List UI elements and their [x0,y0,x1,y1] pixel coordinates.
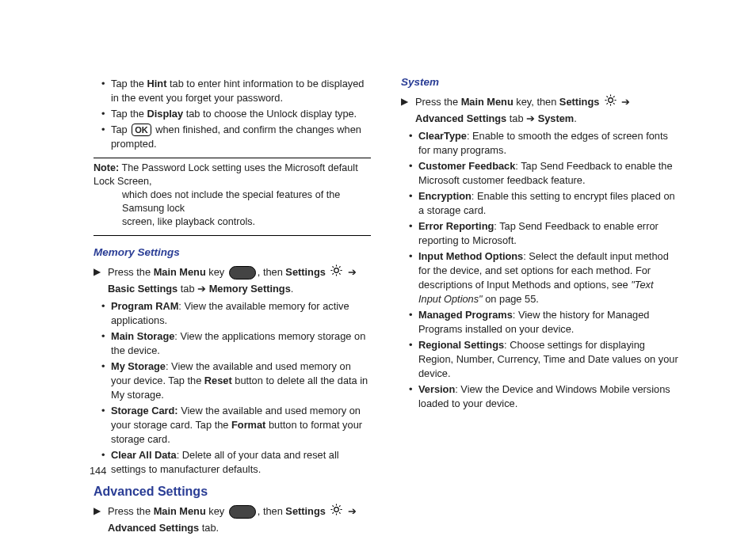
bullet-dot-icon: • [409,129,418,158]
bullet-dot-icon: • [101,404,111,447]
triangle-icon: ▶ [401,94,415,126]
bullet-text: Customer Feedback: Tap Send Feedback to … [418,159,678,188]
bullet-text: Tap the Hint tab to enter hint informati… [111,77,371,105]
advanced-settings-heading: Advanced Settings [94,485,371,499]
bullet-text: Program RAM: View the available memory f… [111,299,371,328]
main-menu-key-icon [229,266,256,280]
bullet-text: Managed Programs: View the history for M… [418,308,678,337]
bullet-dot-icon: • [409,338,418,381]
page-number: 144 [90,465,106,477]
manual-page: • Tap the Hint tab to enter hint informa… [0,0,756,540]
left-column: • Tap the Hint tab to enter hint informa… [94,75,371,538]
bullet-dot-icon: • [101,329,111,358]
step-text: Press the Main Menu key , then Settings … [108,504,371,535]
bullet-regional-settings: • Regional Settings: Choose settings for… [409,338,678,381]
bullet-my-storage: • My Storage: View the available and use… [101,359,371,402]
bullet-text: Encryption: Enable this setting to encry… [418,189,678,218]
bullet-managed-programs: • Managed Programs: View the history for… [409,308,678,337]
bullet-storage-card: • Storage Card: View the available and u… [101,404,371,447]
ok-button-icon: OK [132,124,151,136]
bullet-dot-icon: • [409,189,418,218]
bullet-text: Tap OK when finished, and confirm the ch… [111,123,371,151]
bullet-dot-icon: • [101,299,111,328]
triangle-icon: ▶ [94,264,108,296]
bullet-encryption: • Encryption: Enable this setting to enc… [409,189,678,218]
step-text: Press the Main Menu key , then Settings … [108,264,371,296]
bullet-text: Storage Card: View the available and use… [111,404,371,447]
step-text: Press the Main Menu key, then Settings ➔… [415,94,678,126]
advanced-step: ▶ Press the Main Menu key , then Setting… [94,504,371,535]
bullet-main-storage: • Main Storage: View the applications me… [101,329,371,358]
main-menu-key-icon [229,505,256,519]
bullet-text: Version: View the Device and Windows Mob… [418,382,678,411]
divider-line [94,235,371,236]
bullet-version: • Version: View the Device and Windows M… [409,382,678,411]
bullet-dot-icon: • [409,382,418,411]
bullet-input-method: • Input Method Options: Select the defau… [409,249,678,306]
bullet-dot-icon: • [409,308,418,337]
bullet-program-ram: • Program RAM: View the available memory… [101,299,371,328]
triangle-icon: ▶ [94,504,108,535]
bullet-text: Main Storage: View the applications memo… [111,329,371,358]
gear-icon [330,503,343,520]
bullet-text: ClearType: Enable to smooth the edges of… [418,129,678,158]
system-heading: System [401,75,678,89]
bullet-error-reporting: • Error Reporting: Tap Send Feedback to … [409,219,678,248]
bullet-text: Input Method Options: Select the default… [418,249,678,306]
bullet-dot-icon: • [409,219,418,248]
bullet-dot-icon: • [101,359,111,402]
bullet-customer-feedback: • Customer Feedback: Tap Send Feedback t… [409,159,678,188]
gear-icon [604,93,617,111]
bullet-ok: • Tap OK when finished, and confirm the … [101,123,371,151]
bullet-hint: • Tap the Hint tab to enter hint informa… [101,77,371,105]
system-step: ▶ Press the Main Menu key, then Settings… [401,94,678,126]
bullet-dot-icon: • [409,159,418,188]
bullet-dot-icon: • [101,107,111,121]
bullet-text: My Storage: View the available and used … [111,359,371,402]
bullet-text: Clear All Data: Delete all of your data … [111,448,371,477]
memory-step: ▶ Press the Main Menu key , then Setting… [94,264,371,296]
right-column: System ▶ Press the Main Menu key, then S… [401,75,678,413]
bullet-text: Tap the Display tab to choose the Unlock… [111,107,371,121]
bullet-text: Regional Settings: Choose settings for d… [418,338,678,381]
divider-line [94,158,371,158]
bullet-clear-all: • Clear All Data: Delete all of your dat… [101,448,371,477]
bullet-dot-icon: • [101,77,111,105]
bullet-display: • Tap the Display tab to choose the Unlo… [101,107,371,121]
memory-settings-heading: Memory Settings [94,245,371,260]
bullet-cleartype: • ClearType: Enable to smooth the edges … [409,129,678,158]
gear-icon [330,264,343,281]
bullet-dot-icon: • [409,249,418,306]
bullet-text: Error Reporting: Tap Send Feedback to en… [418,219,678,248]
note-block: Note: The Password Lock setting uses the… [94,162,371,229]
bullet-dot-icon: • [101,123,111,151]
